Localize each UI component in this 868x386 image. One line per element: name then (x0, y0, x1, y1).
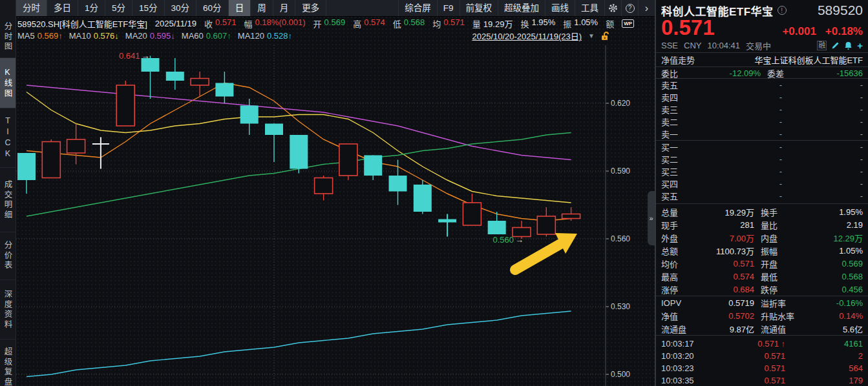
sidebar-item-分时图[interactable]: 分时图 (0, 17, 16, 58)
stat-label: 升贴水率 (754, 310, 816, 322)
bid-volume: - (782, 191, 863, 201)
info-icon[interactable]: ! (778, 6, 787, 15)
ma-label: MA60 (182, 31, 204, 41)
field-均: 均0.571 (432, 17, 465, 30)
tool-画线[interactable]: 画线 (545, 0, 575, 16)
chevron-down-icon[interactable]: ▼ (588, 32, 595, 39)
stat-label: 内盘 (754, 232, 816, 244)
candle-up (463, 203, 481, 225)
tool-前复权[interactable]: 前复权 (460, 0, 498, 16)
pencil-icon[interactable] (831, 41, 840, 50)
ask-label: 卖四 (661, 91, 701, 103)
tab-分时[interactable]: 分时 (16, 0, 47, 16)
tool-综合屏[interactable]: 综合屏 (398, 0, 437, 16)
weibi-value: -12.09% (688, 68, 761, 78)
bid-volume: - (782, 167, 863, 176)
candle-up (42, 142, 60, 178)
candle-up (537, 216, 555, 234)
nav-row[interactable]: 净值走势 华宝上证科创板人工智能ETF (656, 53, 868, 66)
field-换: 换1.95% (520, 17, 555, 30)
field-value: 0.571 (215, 17, 237, 30)
bid-row-买二: 买二-- (656, 153, 868, 165)
field-label: 开 (313, 17, 322, 30)
stat-label: 总量 (661, 206, 697, 218)
ma-legend-MA60: MA600.607↑ (182, 31, 231, 41)
ask-label: 卖一 (661, 128, 701, 140)
nav-label: 净值走势 (661, 54, 695, 66)
tick-list[interactable]: 10:03:170.571 ↑416110:03:200.571210:03:2… (656, 336, 868, 386)
tick-time: 10:03:35 (661, 376, 708, 385)
stat-value: 1.95% (816, 207, 863, 217)
stat-label: 现手 (661, 219, 697, 231)
tick-price: 0.571 (708, 363, 785, 373)
help-icon-glyph: ? (626, 4, 635, 13)
quote-panel: 科创人工智能ETF华宝 ! 589520 0.571 +0.001 +0.18%… (655, 0, 868, 386)
tab-日[interactable]: 日 (229, 0, 251, 16)
tab-30分[interactable]: 30分 (165, 0, 197, 16)
tick-row[interactable]: 10:03:230.571564 (656, 362, 868, 374)
ask-row-卖三: 卖三-- (656, 103, 868, 116)
sidebar-item-深度资料[interactable]: 深度资料 (0, 280, 16, 340)
tool-F9[interactable]: F9 (437, 0, 460, 16)
field-label: 低 (393, 17, 401, 30)
ma-legend-bar: MA50.569↑MA100.576↓MA200.595↓MA600.607↑M… (16, 30, 655, 42)
sidebar-item-TICK[interactable]: TICK (0, 108, 16, 168)
field-value: 1.95% (531, 17, 555, 30)
tick-volume: 4161 (785, 339, 863, 349)
date-range-link[interactable]: 2025/10/20-2025/11/19(23日) (472, 30, 582, 42)
tab-月[interactable]: 月 (273, 0, 296, 16)
ma-legend-MA120: MA1200.528↑ (238, 31, 292, 41)
tool-超级叠加[interactable]: 超级叠加 (498, 0, 545, 16)
tab-5分[interactable]: 5分 (105, 0, 132, 16)
price-change-pct: +0.18% (825, 25, 863, 38)
stats-ext-block: IOPV0.5719溢折率-0.16%净值0.5702升贴水率0.14%流通盘9… (656, 296, 868, 335)
sidebar-item-K线图[interactable]: K线图 (0, 58, 16, 108)
tool-工具[interactable]: 工具 (575, 0, 604, 16)
collapse-panel-handle[interactable]: » (648, 191, 655, 245)
unlock-icon[interactable] (601, 32, 609, 41)
y-axis-label: 0.590 (611, 167, 630, 176)
candle-down (166, 72, 184, 81)
ask-label: 卖三 (661, 103, 701, 116)
trade-date: 2025/11/19 (155, 19, 196, 28)
order-imbalance-row: 委比 -12.09% 委差 -15636 (656, 67, 868, 78)
sidebar-item-成交明细[interactable]: 成交明细 (0, 168, 16, 232)
y-axis-label: 0.620 (611, 99, 630, 108)
sidebar-item-分价表[interactable]: 分价表 (0, 232, 16, 280)
field-label: 幅 (244, 17, 253, 30)
stat-value: 0.5719 (697, 298, 754, 308)
help-icon[interactable]: ? (621, 0, 638, 16)
stat-label: 外盘 (661, 232, 697, 244)
bid-label: 买一 (661, 141, 701, 153)
ma-value: 0.595↓ (150, 31, 175, 41)
gear-icon[interactable] (604, 0, 621, 16)
field-label: 振 (563, 17, 571, 30)
tab-更多[interactable]: 更多 (295, 0, 326, 16)
margin-badge: 融 (817, 41, 827, 50)
field-label: 均 (432, 17, 441, 30)
ask-volume: - (782, 80, 863, 90)
tab-1分[interactable]: 1分 (78, 0, 105, 16)
tab-周[interactable]: 周 (251, 0, 273, 16)
weicha-label: 委差 (761, 67, 790, 79)
ask-label: 卖五 (661, 79, 701, 91)
wp-doc-icon[interactable]: WP (622, 19, 634, 28)
bid-price: - (701, 167, 782, 176)
field-低: 低0.568 (393, 17, 425, 30)
tick-row[interactable]: 10:03:170.571 ↑4161 (656, 338, 868, 350)
chevron-right-icon[interactable]: › (638, 0, 655, 16)
stat-value: 0.574 (697, 272, 754, 281)
field-value: 0.569 (324, 17, 346, 30)
kline-chart-canvas[interactable]: 0.6200.5900.5600.5300.5000.641→0.560→ (16, 0, 655, 386)
sidebar-item-超级复盘[interactable]: 超级复盘 (0, 340, 16, 386)
field-label: 换 (520, 17, 529, 30)
tick-row[interactable]: 10:03:350.571179 (656, 374, 868, 386)
stat-value: 1.05% (816, 246, 863, 256)
stat-value: -0.16% (816, 298, 863, 308)
bell-icon[interactable] (844, 41, 852, 50)
tab-15分[interactable]: 15分 (132, 0, 165, 16)
tab-60分[interactable]: 60分 (196, 0, 229, 16)
tab-多日[interactable]: 多日 (47, 0, 78, 16)
add-to-watchlist-icon[interactable]: + (857, 40, 863, 51)
tick-row[interactable]: 10:03:200.5712 (656, 350, 868, 362)
